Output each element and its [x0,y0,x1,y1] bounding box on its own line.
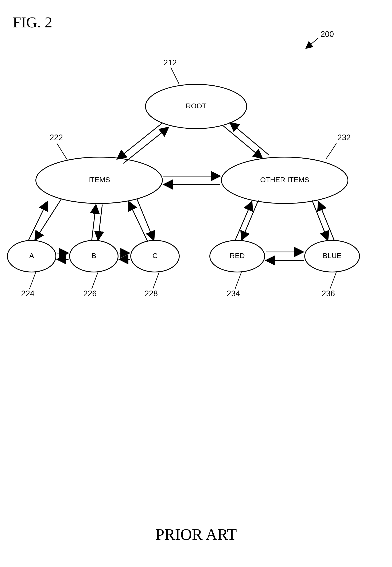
edge-b-to-items [92,205,96,240]
node-a-ref: 224 [21,289,34,298]
diagram-figure: FIG. 2 200 ROOT 212 ITEMS 222 OTHER ITEM… [0,0,392,567]
edge-items-to-c [137,199,154,240]
edge-items-to-b [98,205,102,240]
edge-blue-to-other [318,201,334,240]
figure-title: FIG. 2 [13,14,52,31]
node-c-ref-leader [153,272,159,289]
edge-root-to-items [117,123,162,159]
node-root-label: ROOT [186,102,206,110]
edge-a-to-items [28,201,47,240]
node-items-label: ITEMS [88,176,110,184]
node-a-ref-leader [29,272,36,289]
node-root-ref-leader [171,68,179,84]
footer-text: PRIOR ART [155,526,237,543]
node-other-label: OTHER ITEMS [260,176,309,184]
node-other-ref-leader [326,143,336,159]
node-other-ref: 232 [337,133,351,142]
node-c-ref: 228 [144,289,158,298]
node-red-ref-leader [235,272,241,289]
node-red-ref: 234 [227,289,240,298]
node-b-label: B [92,251,96,260]
edge-root-to-other [224,126,263,159]
node-blue-label: BLUE [323,251,342,260]
node-red-label: RED [230,251,245,260]
node-b-ref-leader [92,272,98,289]
diagram-ref-label: 200 [321,30,334,39]
node-c-label: C [153,251,158,260]
edge-c-to-items [129,201,148,241]
edge-items-to-root [123,127,169,163]
node-blue-ref-leader [330,272,336,289]
node-b-ref: 226 [83,289,97,298]
node-root-ref: 212 [163,58,177,67]
node-a-label: A [29,251,34,260]
node-items-ref-leader [57,143,68,160]
node-items-ref: 222 [50,133,63,142]
node-blue-ref: 236 [322,289,335,298]
edge-other-to-root [230,122,269,155]
diagram-ref-leader [306,38,318,48]
